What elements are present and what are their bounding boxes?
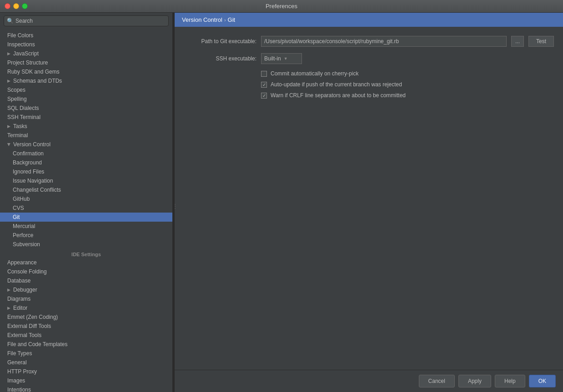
- general-label: General: [7, 359, 27, 366]
- ssh-row: SSH executable: Built-in ▼: [184, 53, 554, 64]
- sidebar-item-images[interactable]: Images: [0, 376, 172, 385]
- schemas-arrow-icon: ▶: [7, 79, 10, 83]
- schemas-dtds-label: Schemas and DTDs: [13, 78, 62, 84]
- crlf-warn-row: Warn if CRLF line separators are about t…: [184, 92, 554, 99]
- apply-button[interactable]: Apply: [458, 375, 491, 387]
- crlf-warn-checkbox[interactable]: [261, 93, 267, 99]
- auto-update-label: Auto-update if push of the current branc…: [271, 81, 402, 88]
- crlf-warn-label: Warn if CRLF line separators are about t…: [271, 92, 406, 99]
- github-label: GitHub: [13, 196, 30, 202]
- version-control-arrow-icon: ▶: [7, 143, 11, 146]
- intentions-label: Intentions: [7, 387, 31, 392]
- emmet-label: Emmet (Zen Coding): [7, 314, 58, 320]
- editor-arrow-icon: ▶: [7, 306, 10, 310]
- ssh-value: Built-in: [264, 55, 281, 62]
- ok-button[interactable]: OK: [529, 375, 556, 387]
- sidebar-item-database[interactable]: Database: [0, 276, 172, 285]
- help-button[interactable]: Help: [495, 375, 525, 387]
- sidebar-item-cvs[interactable]: CVS: [0, 203, 172, 213]
- http-proxy-label: HTTP Proxy: [7, 368, 37, 375]
- issue-navigation-label: Issue Navigation: [13, 178, 53, 184]
- sidebar-item-http-proxy[interactable]: HTTP Proxy: [0, 367, 172, 376]
- cherry-pick-checkbox[interactable]: [261, 71, 267, 77]
- ssh-dropdown[interactable]: Built-in ▼: [261, 53, 302, 64]
- window-controls[interactable]: [5, 3, 28, 9]
- sidebar-item-ignored-files[interactable]: Ignored Files: [0, 167, 172, 176]
- sidebar-item-perforce[interactable]: Perforce: [0, 231, 172, 240]
- ide-settings-header: IDE Settings: [0, 249, 172, 258]
- sidebar-item-editor[interactable]: ▶ Editor: [0, 303, 172, 313]
- javascript-arrow-icon: ▶: [7, 51, 10, 56]
- sidebar-item-console-folding[interactable]: Console Folding: [0, 267, 172, 276]
- sidebar-item-file-types[interactable]: File Types: [0, 349, 172, 358]
- sidebar-item-external-tools[interactable]: External Tools: [0, 331, 172, 340]
- path-label: Path to Git executable:: [184, 38, 256, 45]
- tasks-arrow-icon: ▶: [7, 124, 10, 129]
- sidebar-item-confirmation[interactable]: Confirmation: [0, 149, 172, 158]
- sidebar-item-inspections[interactable]: Inspections: [0, 40, 172, 49]
- sidebar-item-diagrams[interactable]: Diagrams: [0, 294, 172, 303]
- sidebar-item-changelist-conflicts[interactable]: Changelist Conflicts: [0, 185, 172, 194]
- editor-label: Editor: [13, 305, 27, 311]
- breadcrumb-child: Git: [228, 16, 236, 23]
- sidebar-item-github[interactable]: GitHub: [0, 194, 172, 203]
- test-button[interactable]: Test: [528, 36, 554, 47]
- sidebar-item-mercurial[interactable]: Mercurial: [0, 222, 172, 231]
- sidebar-item-spelling[interactable]: Spelling: [0, 94, 172, 104]
- titlebar: Preferences: [0, 0, 563, 13]
- sidebar-item-version-control[interactable]: ▶ Version Control: [0, 140, 172, 149]
- content-area: Version Control › Git Path to Git execut…: [175, 13, 563, 392]
- sidebar-item-external-diff-tools[interactable]: External Diff Tools: [0, 322, 172, 331]
- resize-handle[interactable]: [173, 13, 175, 392]
- sidebar-item-git[interactable]: Git: [0, 213, 172, 222]
- close-button[interactable]: [5, 3, 10, 9]
- perforce-label: Perforce: [13, 232, 33, 238]
- changelist-conflicts-label: Changelist Conflicts: [13, 187, 61, 193]
- sidebar-item-appearance[interactable]: Appearance: [0, 258, 172, 267]
- background-label: Background: [13, 159, 42, 166]
- sidebar-item-project-structure[interactable]: Project Structure: [0, 58, 172, 67]
- maximize-button[interactable]: [22, 3, 28, 9]
- appearance-label: Appearance: [7, 259, 37, 266]
- sidebar-item-javascript[interactable]: ▶ JavaScript: [0, 49, 172, 58]
- sidebar-item-general[interactable]: General: [0, 358, 172, 367]
- sidebar-item-tasks[interactable]: ▶ Tasks: [0, 122, 172, 131]
- content-header: Version Control › Git: [175, 13, 563, 27]
- javascript-label: JavaScript: [13, 50, 39, 57]
- sidebar-item-file-code-templates[interactable]: File and Code Templates: [0, 340, 172, 349]
- sidebar-item-emmet[interactable]: Emmet (Zen Coding): [0, 313, 172, 322]
- auto-update-checkbox[interactable]: [261, 82, 267, 88]
- mercurial-label: Mercurial: [13, 223, 35, 229]
- sidebar-item-sql-dialects[interactable]: SQL Dialects: [0, 104, 172, 113]
- sidebar-item-issue-navigation[interactable]: Issue Navigation: [0, 176, 172, 185]
- sidebar-item-scopes[interactable]: Scopes: [0, 85, 172, 94]
- main-container: 🔍 File Colors Inspections ▶ JavaScript P…: [0, 13, 563, 392]
- search-input[interactable]: [15, 18, 166, 24]
- sidebar-item-terminal[interactable]: Terminal: [0, 131, 172, 140]
- search-box[interactable]: 🔍: [4, 15, 169, 26]
- sidebar-item-debugger[interactable]: ▶ Debugger: [0, 285, 172, 294]
- subversion-label: Subversion: [13, 241, 40, 248]
- git-path-input[interactable]: [261, 36, 507, 47]
- browse-button[interactable]: ...: [511, 36, 524, 47]
- spelling-label: Spelling: [7, 96, 27, 102]
- auto-update-row: Auto-update if push of the current branc…: [184, 81, 554, 88]
- file-code-templates-label: File and Code Templates: [7, 341, 68, 347]
- images-label: Images: [7, 377, 25, 384]
- sidebar-item-schemas-dtds[interactable]: ▶ Schemas and DTDs: [0, 76, 172, 85]
- cherry-pick-label: Commit automatically on cherry-pick: [271, 70, 358, 77]
- sidebar-item-ruby-sdk[interactable]: Ruby SDK and Gems: [0, 67, 172, 76]
- debugger-arrow-icon: ▶: [7, 288, 10, 292]
- external-diff-tools-label: External Diff Tools: [7, 323, 51, 329]
- sidebar-list: File Colors Inspections ▶ JavaScript Pro…: [0, 29, 172, 392]
- sidebar-item-file-colors[interactable]: File Colors: [0, 31, 172, 40]
- console-folding-label: Console Folding: [7, 268, 47, 275]
- cancel-button[interactable]: Cancel: [419, 375, 455, 387]
- sidebar-item-subversion[interactable]: Subversion: [0, 240, 172, 249]
- sidebar-item-background[interactable]: Background: [0, 158, 172, 167]
- debugger-label: Debugger: [13, 287, 37, 293]
- sidebar-item-ssh-terminal[interactable]: SSH Terminal: [0, 113, 172, 122]
- sidebar-item-intentions[interactable]: Intentions: [0, 385, 172, 392]
- confirmation-label: Confirmation: [13, 150, 44, 157]
- minimize-button[interactable]: [13, 3, 19, 9]
